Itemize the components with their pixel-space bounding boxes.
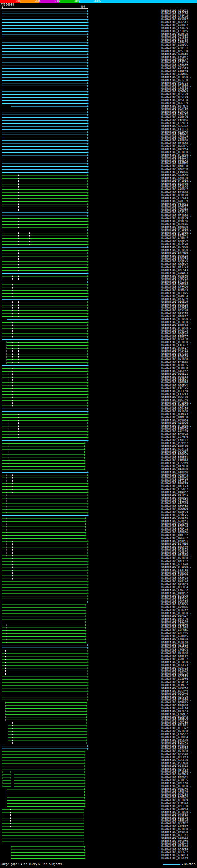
hit-bar[interactable]: [2, 463, 84, 464]
hit-bar[interactable]: [2, 766, 84, 766]
hit-bar[interactable]: [2, 250, 88, 251]
hit-bar[interactable]: [2, 480, 88, 481]
hit-bar[interactable]: [2, 627, 85, 628]
hit-bar[interactable]: [8, 731, 86, 732]
hit-bar[interactable]: [2, 613, 85, 614]
hit-bar[interactable]: [2, 477, 88, 478]
hit-bar[interactable]: [2, 86, 88, 86]
hit-bar[interactable]: [2, 94, 88, 95]
hit-bar[interactable]: [2, 241, 88, 242]
hit-bar[interactable]: [11, 106, 88, 106]
hit-bar[interactable]: [2, 282, 88, 282]
hit-bar[interactable]: [2, 748, 88, 749]
hit-bar[interactable]: [2, 671, 88, 671]
hit-bar[interactable]: [2, 521, 85, 522]
hit-bar[interactable]: [2, 509, 88, 510]
hit-bar[interactable]: [2, 83, 88, 84]
hit-bar[interactable]: [2, 380, 88, 380]
hit-bar[interactable]: [2, 469, 84, 470]
hit-bar[interactable]: [5, 720, 86, 720]
hit-bar[interactable]: [2, 550, 88, 550]
hit-bar[interactable]: [2, 754, 84, 755]
hit-bar[interactable]: [7, 789, 84, 789]
hit-bar[interactable]: [2, 535, 85, 536]
hit-bar[interactable]: [2, 80, 88, 81]
hit-bar[interactable]: [2, 290, 88, 291]
hit-bar[interactable]: [2, 144, 88, 144]
hit-bar[interactable]: [2, 576, 88, 576]
hit-bar[interactable]: [2, 308, 88, 308]
hit-bar[interactable]: [2, 530, 85, 530]
hit-bar[interactable]: [2, 665, 88, 666]
hit-bar[interactable]: [2, 11, 88, 11]
hit-bar[interactable]: [2, 581, 88, 582]
hit-bar[interactable]: [2, 584, 88, 585]
hit-bar[interactable]: [2, 31, 88, 32]
hit-bar[interactable]: [2, 68, 88, 69]
hit-bar[interactable]: [2, 561, 88, 562]
hit-bar[interactable]: [2, 503, 88, 504]
hit-bar[interactable]: [2, 45, 88, 46]
hit-bar[interactable]: [2, 616, 85, 616]
hit-bar[interactable]: [2, 769, 84, 770]
hit-bar[interactable]: [2, 455, 84, 455]
hit-bar[interactable]: [2, 437, 88, 438]
hit-bar[interactable]: [2, 74, 88, 75]
hit-bar[interactable]: [2, 163, 88, 164]
hit-bar[interactable]: [2, 777, 10, 778]
hit-bar[interactable]: [2, 313, 88, 314]
hit-bar[interactable]: [2, 682, 88, 683]
hit-bar[interactable]: [2, 13, 88, 14]
hit-bar[interactable]: [2, 322, 88, 323]
hit-bar[interactable]: [2, 253, 88, 253]
hit-bar[interactable]: [2, 48, 88, 49]
hit-bar[interactable]: [2, 414, 88, 415]
hit-bar[interactable]: [2, 152, 88, 153]
hit-bar[interactable]: [8, 728, 86, 729]
hit-bar[interactable]: [2, 607, 85, 608]
hit-bar[interactable]: [2, 431, 88, 432]
hit-bar[interactable]: [2, 89, 88, 89]
hit-bar[interactable]: [2, 51, 88, 52]
hit-bar[interactable]: [2, 832, 83, 833]
hit-bar[interactable]: [2, 261, 88, 262]
hit-bar[interactable]: [2, 25, 88, 26]
hit-bar[interactable]: [2, 397, 88, 398]
hit-bar[interactable]: [8, 723, 86, 723]
hit-bar[interactable]: [2, 287, 88, 288]
hit-bar[interactable]: [2, 760, 84, 761]
hit-bar[interactable]: [2, 495, 88, 495]
hit-bar[interactable]: [2, 501, 88, 501]
hit-bar[interactable]: [2, 221, 88, 222]
hit-bar[interactable]: [2, 169, 88, 170]
hit-bar[interactable]: [2, 630, 85, 631]
hit-bar[interactable]: [2, 20, 88, 20]
hit-bar[interactable]: [2, 492, 88, 493]
hit-bar[interactable]: [2, 513, 88, 513]
hit-bar[interactable]: [2, 126, 88, 127]
hit-bar[interactable]: [2, 772, 10, 772]
hit-bar[interactable]: [2, 213, 88, 213]
hit-bar[interactable]: [2, 117, 88, 118]
hit-bar[interactable]: [2, 210, 88, 210]
hit-bar[interactable]: [2, 34, 88, 34]
hit-bar[interactable]: [2, 604, 85, 605]
hit-bar[interactable]: [2, 610, 85, 611]
hit-bar[interactable]: [2, 841, 83, 841]
hit-bar[interactable]: [2, 685, 88, 686]
hit-bar[interactable]: [2, 230, 88, 230]
hit-bar[interactable]: [2, 446, 84, 446]
hit-bar[interactable]: [2, 466, 84, 467]
hit-bar[interactable]: [2, 103, 88, 104]
hit-bar[interactable]: [2, 247, 88, 248]
hit-bar[interactable]: [2, 97, 88, 98]
hit-bar[interactable]: [2, 403, 88, 403]
hit-bar[interactable]: [2, 440, 88, 441]
hit-bar[interactable]: [2, 224, 88, 225]
hit-bar[interactable]: [2, 596, 88, 596]
hit-bar[interactable]: [2, 538, 85, 539]
hit-bar[interactable]: [2, 77, 88, 78]
hit-bar[interactable]: [2, 688, 88, 688]
hit-bar[interactable]: [2, 172, 88, 173]
hit-bar[interactable]: [2, 409, 88, 409]
